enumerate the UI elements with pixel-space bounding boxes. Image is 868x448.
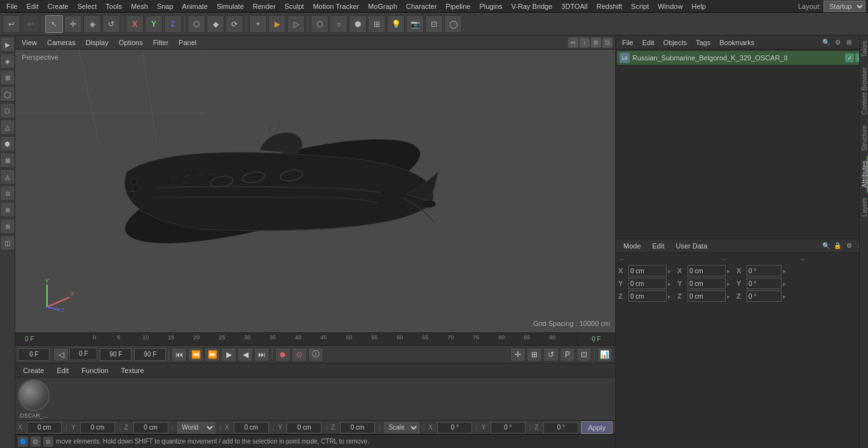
step-fwd-btn[interactable]: ⏩ [205, 348, 220, 362]
redo-button[interactable]: ↩ [22, 15, 39, 33]
current-frame-input[interactable] [69, 348, 97, 360]
coord-ry-input[interactable] [491, 422, 526, 433]
menu-character[interactable]: Character [402, 1, 440, 11]
obj-file[interactable]: File [618, 37, 637, 48]
menu-simulate[interactable]: Simulate [213, 1, 248, 11]
rtab-takes[interactable]: Takes [860, 36, 868, 62]
attr-y1-input[interactable] [628, 278, 667, 289]
preview-end-input[interactable] [134, 348, 166, 361]
cylinder-button[interactable]: ⬢ [349, 15, 367, 33]
sky-button[interactable]: ◯ [444, 15, 462, 33]
coord-sy-input[interactable] [287, 422, 322, 433]
obj-bookmarks[interactable]: Bookmarks [715, 37, 758, 48]
obj-search-icon[interactable]: 🔍 [821, 37, 831, 48]
keyframe-btn[interactable]: ⊙ [292, 348, 307, 362]
sidebar-btn-10[interactable]: ⊙ [0, 186, 15, 201]
menu-redshift[interactable]: Redshift [593, 1, 626, 11]
info-btn[interactable]: ⓘ [308, 348, 323, 362]
status-icon-2[interactable]: ⊡ [31, 437, 41, 447]
viewport[interactable]: View Cameras Display Options Filter Pane… [15, 36, 615, 332]
z-axis-button[interactable]: Z [164, 15, 182, 33]
menu-render[interactable]: Render [249, 1, 280, 11]
attr-y2-input[interactable] [688, 278, 726, 289]
mat-edit[interactable]: Edit [51, 365, 74, 376]
model-button[interactable]: ◆ [207, 15, 224, 33]
undo-button[interactable]: ↩ [3, 15, 20, 33]
sphere-button[interactable]: ○ [330, 15, 348, 33]
coord-x-input[interactable] [27, 422, 62, 433]
attr-config-icon[interactable]: ⚙ [844, 241, 854, 251]
step-back-btn[interactable]: ⏪ [188, 348, 203, 362]
menu-help[interactable]: Help [688, 1, 710, 11]
attr-y3-input[interactable] [747, 278, 782, 289]
world-dropdown[interactable]: World [177, 422, 215, 433]
object-mode-button[interactable]: ⬡ [187, 15, 205, 33]
coord-rz-input[interactable] [543, 422, 578, 433]
timeline-btn[interactable]: 📊 [597, 348, 613, 362]
plane-button[interactable]: ⊞ [368, 15, 386, 33]
menu-3dtoall[interactable]: 3DTOAll [557, 1, 591, 11]
attr-z3-input[interactable] [747, 290, 782, 302]
attr-search-icon[interactable]: 🔍 [821, 241, 831, 251]
obj-row-submarine[interactable]: L0 Russian_Submarine_Belgorod_K_329_OSCA… [617, 51, 867, 65]
attr-edit[interactable]: Edit [648, 241, 670, 251]
start-frame-input[interactable] [18, 348, 50, 361]
goto-end-btn[interactable]: ⏭ [254, 348, 269, 362]
obj-tags[interactable]: Tags [692, 37, 714, 48]
render-region-button[interactable]: ▷ [287, 15, 305, 33]
attr-lock-icon[interactable]: 🔒 [832, 241, 843, 251]
attr-x2-input[interactable] [688, 265, 726, 276]
attr-x3-input[interactable] [747, 265, 782, 276]
y-axis-button[interactable]: Y [145, 15, 163, 33]
vp-menu-cameras[interactable]: Cameras [43, 37, 79, 48]
menu-tools[interactable]: Tools [102, 1, 126, 11]
menu-script[interactable]: Script [627, 1, 653, 11]
layout-dropdown[interactable]: Startup [824, 1, 865, 12]
obj-edit[interactable]: Edit [639, 37, 658, 48]
menu-animate[interactable]: Animate [179, 1, 212, 11]
vp-menu-filter[interactable]: Filter [149, 37, 172, 48]
vp-icon-1[interactable]: ⇔ [568, 37, 578, 48]
coord-y-input[interactable] [80, 422, 115, 433]
menu-window[interactable]: Window [654, 1, 686, 11]
sidebar-btn-4[interactable]: ◯ [0, 86, 15, 102]
play-fwd-btn[interactable]: ▶ [221, 348, 236, 362]
apply-button[interactable]: Apply [581, 421, 613, 434]
rotate-tool-button[interactable]: ↺ [102, 15, 120, 33]
anim-tool-btn[interactable]: P [560, 348, 575, 362]
menu-edit[interactable]: Edit [23, 1, 43, 11]
material-item-oscar[interactable]: OSCAR_... [18, 379, 50, 419]
vp-menu-view[interactable]: View [18, 37, 41, 48]
attr-x1-input[interactable] [628, 265, 667, 276]
timeline[interactable]: 0 F 0 5 10 15 20 25 30 35 40 45 50 55 60… [15, 332, 615, 345]
menu-sculpt[interactable]: Sculpt [281, 1, 308, 11]
timeline-ruler[interactable]: 0 5 10 15 20 25 30 35 40 45 50 55 60 65 … [92, 333, 577, 345]
sidebar-btn-6[interactable]: △ [0, 119, 15, 135]
light-button[interactable]: 💡 [387, 15, 405, 33]
dope-btn[interactable]: ⊡ [576, 348, 592, 362]
badge-visibility[interactable]: ✓ [845, 53, 854, 62]
mat-texture[interactable]: Texture [116, 365, 149, 376]
render-button[interactable]: ▶ [268, 15, 286, 33]
mat-create[interactable]: Create [18, 365, 49, 376]
menu-motion-tracker[interactable]: Motion Tracker [309, 1, 363, 11]
menu-file[interactable]: File [3, 1, 22, 11]
scale-tool-btn[interactable]: ⊞ [527, 348, 542, 362]
menu-snap[interactable]: Snap [153, 1, 177, 11]
menu-mograph[interactable]: MoGraph [364, 1, 401, 11]
coord-sx-input[interactable] [234, 422, 269, 433]
obj-expand-icon[interactable]: ⊞ [844, 37, 854, 48]
menu-select[interactable]: Select [74, 1, 101, 11]
rtab-attributes[interactable]: Attributes [860, 156, 868, 193]
x-axis-button[interactable]: X [126, 15, 144, 33]
vp-icon-2[interactable]: ↕ [580, 37, 590, 48]
sidebar-btn-8[interactable]: ⊠ [0, 153, 15, 168]
floor-button[interactable]: ⊡ [425, 15, 443, 33]
play-rev-btn[interactable]: ◀ [238, 348, 253, 362]
obj-config-icon[interactable]: ⚙ [832, 37, 843, 48]
camera-button[interactable]: 📷 [406, 15, 424, 33]
scale-dropdown[interactable]: Scale [384, 422, 419, 433]
status-icon-1[interactable]: 🔵 [18, 437, 28, 447]
obj-objects[interactable]: Objects [660, 37, 691, 48]
select-tool-button[interactable]: ↖ [45, 15, 63, 33]
